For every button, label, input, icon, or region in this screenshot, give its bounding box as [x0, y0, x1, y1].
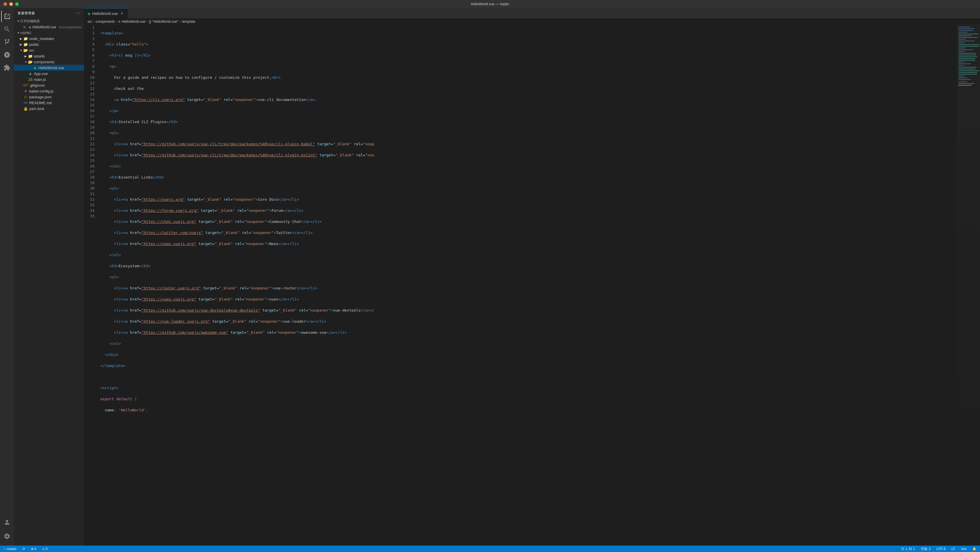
- close-editor-icon[interactable]: ✕: [22, 25, 27, 29]
- activity-bar-bottom: [1, 516, 13, 546]
- maximize-button[interactable]: [15, 2, 19, 6]
- feedback-status[interactable]: 🔔: [971, 546, 978, 552]
- open-editors-header[interactable]: ▾ 打开的编辑器: [14, 18, 84, 24]
- line-ending-status[interactable]: LF: [950, 546, 956, 552]
- open-editors-arrow: ▾: [18, 19, 19, 23]
- tree-public[interactable]: ▶ 📁 public: [14, 41, 84, 47]
- activity-explorer[interactable]: [1, 11, 13, 22]
- code-line-4: <p>: [100, 64, 957, 69]
- open-editor-filename: HelloWorld.vue: [32, 25, 56, 29]
- tree-babel-config[interactable]: ▶ B babel.config.js: [14, 88, 84, 94]
- code-line-19: <li><a href="https://twitter.com/vuejs" …: [100, 230, 957, 235]
- babel-icon: B: [23, 89, 28, 93]
- open-editor-path: src/components: [59, 25, 82, 29]
- activity-debug[interactable]: [1, 49, 13, 61]
- breadcrumb-filename[interactable]: HelloWorld.vue: [122, 19, 145, 24]
- warnings-status[interactable]: ⚠ 0: [41, 546, 49, 552]
- encoding-status[interactable]: UTF-8: [935, 546, 947, 552]
- svg-rect-24: [958, 68, 975, 70]
- code-line-3: <h1>{{ msg }}</h1>: [100, 52, 957, 58]
- collapse-arrow: ▶: [23, 54, 28, 58]
- activity-search[interactable]: [1, 23, 13, 35]
- code-line-11: <li><a href="https://github.com/vuejs/vu…: [100, 141, 957, 147]
- sidebar-title: 资源管理器: [18, 11, 35, 16]
- svg-rect-14: [958, 51, 964, 52]
- svg-rect-2: [958, 30, 973, 31]
- tab-helloworld-vue[interactable]: ◈ HelloWorld.vue ✕: [84, 8, 128, 18]
- sync-status[interactable]: ⟳: [21, 546, 26, 552]
- activity-source-control[interactable]: [1, 36, 13, 48]
- file-tree: ▶ 📁 node_modules ▶ 📁 public ▾ 📂 src: [14, 36, 84, 546]
- cursor-position-label: 行 1, 列 1: [901, 547, 915, 551]
- editor-content[interactable]: 1 2 3 4 5 6 7 8 9 10 11 12 13 14 15 16 1…: [84, 25, 980, 546]
- line-numbers: 1 2 3 4 5 6 7 8 9 10 11 12 13 14 15 16 1…: [84, 25, 98, 546]
- code-line-27: <li><a href="https://vue-loader.vuejs.or…: [100, 318, 957, 324]
- svg-rect-4: [958, 33, 979, 34]
- tree-app-vue[interactable]: ▶ ◈ App.vue: [14, 71, 84, 76]
- tree-gitignore[interactable]: ▶ GIT .gitignore: [14, 82, 84, 88]
- line-ending-label: LF: [951, 547, 955, 550]
- close-button[interactable]: [3, 2, 7, 6]
- code-line-34: export default {: [100, 396, 957, 402]
- gitignore-icon: GIT: [23, 83, 28, 87]
- language-status[interactable]: Vue: [960, 546, 968, 552]
- indentation-label: 空格: 2: [921, 547, 931, 551]
- svg-rect-25: [958, 70, 979, 71]
- code-line-9: <h3>Installed CLI Plugins</h3>: [100, 119, 957, 124]
- tab-label: HelloWorld.vue: [92, 11, 118, 16]
- feedback-icon: 🔔: [972, 547, 977, 551]
- code-line-1: <template>: [100, 30, 957, 36]
- breadcrumb-src[interactable]: src: [88, 19, 92, 24]
- folder-icon: 📁: [23, 36, 28, 41]
- folder-icon: 📁: [28, 54, 33, 58]
- folder-icon: 📁: [23, 42, 28, 47]
- code-line-24: <li><a href="https://router.vuejs.org" t…: [100, 285, 957, 291]
- tree-item-label: main.js: [34, 77, 84, 82]
- tree-assets[interactable]: ▶ 📁 assets: [14, 53, 84, 59]
- git-branch-status[interactable]: ⑂ master: [2, 546, 18, 552]
- tree-item-label: babel.config.js: [29, 89, 84, 93]
- activity-extensions[interactable]: [1, 62, 13, 73]
- activity-settings[interactable]: [1, 530, 13, 542]
- tree-package-json[interactable]: ▶ { } package.json: [14, 94, 84, 100]
- tree-yarn-lock[interactable]: ▶ 🔒 yarn.lock: [14, 106, 84, 111]
- sidebar: 资源管理器 ··· ▾ 打开的编辑器 ✕ ◈ HelloWorld.vue sr…: [14, 8, 84, 546]
- breadcrumb-template[interactable]: template: [182, 19, 196, 24]
- svg-rect-9: [958, 42, 964, 43]
- activity-account[interactable]: [1, 516, 13, 528]
- tree-item-label: node_modules: [29, 37, 84, 41]
- indentation-status[interactable]: 空格: 2: [920, 546, 932, 552]
- breadcrumb-scope[interactable]: {} "HelloWorld.vue": [149, 19, 178, 24]
- svg-rect-1: [958, 28, 974, 29]
- tree-src[interactable]: ▾ 📂 src: [14, 47, 84, 53]
- svg-rect-29: [958, 77, 967, 78]
- tree-node_modules[interactable]: ▶ 📁 node_modules: [14, 36, 84, 41]
- code-line-33: <script>: [100, 385, 957, 391]
- code-line-16: <li><a href="https://vuejs.org" target="…: [100, 197, 957, 202]
- svg-rect-28: [958, 76, 964, 76]
- open-editor-helloworld[interactable]: ✕ ◈ HelloWorld.vue src/components: [14, 24, 84, 30]
- cursor-position-status[interactable]: 行 1, 列 1: [900, 546, 916, 552]
- tree-main-js[interactable]: ▶ JS main.js: [14, 76, 84, 82]
- code-line-12: <li><a href="https://github.com/vuejs/vu…: [100, 152, 957, 158]
- code-line-21: </ul>: [100, 252, 957, 258]
- code-line-28: <li><a href="https://github.com/vuejs/aw…: [100, 330, 957, 335]
- sidebar-menu-button[interactable]: ···: [76, 11, 81, 16]
- svg-rect-23: [958, 67, 977, 68]
- project-root-header[interactable]: ▾ HSPBC: [14, 30, 84, 36]
- folder-open-icon: 📂: [28, 59, 33, 64]
- code-editor[interactable]: <template> <div class="hello"> <h1>{{ ms…: [98, 25, 957, 546]
- code-line-26: <li><a href="https://github.com/vuejs/vu…: [100, 307, 957, 313]
- svg-rect-15: [958, 53, 976, 54]
- tree-components[interactable]: ▾ 📂 components: [14, 59, 84, 65]
- code-line-7: <a href="https://cli.vuejs.org" target="…: [100, 97, 957, 102]
- tree-readme-md[interactable]: ▶ MD README.md: [14, 100, 84, 106]
- svg-rect-12: [958, 48, 966, 48]
- errors-status[interactable]: ⊗ 0: [30, 546, 37, 552]
- breadcrumb-components[interactable]: components: [95, 19, 115, 24]
- window-controls[interactable]: [3, 2, 19, 6]
- tree-helloworld-vue[interactable]: ▶ ◈ HelloWorld.vue: [14, 65, 84, 71]
- tab-close-button[interactable]: ✕: [119, 11, 124, 16]
- minimize-button[interactable]: [10, 2, 13, 6]
- code-line-23: <ul>: [100, 274, 957, 280]
